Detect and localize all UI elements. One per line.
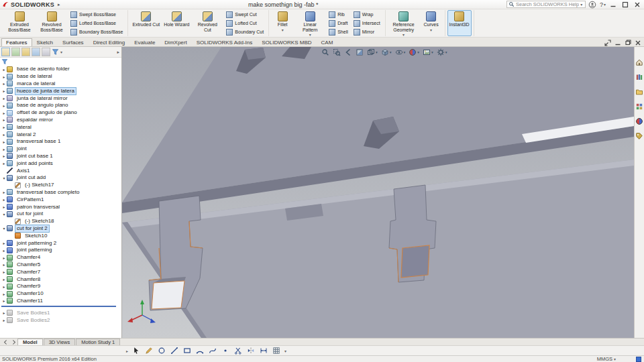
shell-button[interactable]: Shell [327, 27, 350, 36]
zoom-fit-icon[interactable] [321, 48, 330, 57]
intersect-button[interactable]: Intersect [352, 19, 382, 27]
tree-expand-arrow-icon[interactable]: ▸ [1, 81, 7, 86]
tree-expand-arrow-icon[interactable]: ▸ [1, 277, 7, 282]
tree-item-transversal-base-completo[interactable]: ▸transversal base completo [0, 189, 121, 196]
joint-foot-face[interactable] [152, 281, 184, 309]
revolved-cut-button[interactable]: Revolved Cut [191, 10, 223, 36]
file-explorer-icon[interactable] [635, 87, 644, 96]
panel-collapse-arrow-icon[interactable]: ▸ [117, 50, 120, 55]
tab-solidworks-add-ins[interactable]: SOLIDWORKS Add-Ins [192, 38, 258, 46]
tree-item-sketch18[interactable]: (-) Sketch18 [0, 218, 121, 225]
tree-expand-arrow-icon[interactable]: ▾ [1, 212, 7, 217]
tree-item-marca-de-lateral[interactable]: ▸marca de lateral [0, 80, 121, 88]
tree-item-chamfer5[interactable]: ▸Chamfer5 [0, 261, 121, 269]
tab-cam[interactable]: CAM [317, 38, 338, 46]
custom-properties-icon[interactable] [635, 131, 644, 140]
status-indicator-icon[interactable] [636, 357, 641, 362]
previous-view-icon[interactable] [343, 48, 353, 57]
tree-expand-arrow-icon[interactable]: ▸ [1, 255, 7, 260]
design-library-icon[interactable] [635, 72, 644, 81]
tree-item-base-de-angulo-plano[interactable]: ▸base de angulo plano [0, 102, 121, 109]
dimxpert-manager-tab[interactable] [32, 48, 40, 56]
tree-item-base-de-lateral[interactable]: ▸base de lateral [0, 73, 121, 80]
tree-item-patron-transversal[interactable]: ▸patron transversal [0, 203, 121, 210]
tree-item-junta-de-lateral-mirror[interactable]: ▸junta de lateral mirror [0, 95, 121, 102]
zoom-area-icon[interactable] [332, 48, 341, 57]
tree-expand-arrow-icon[interactable]: ▸ [1, 204, 7, 209]
tree-item-chamfer10[interactable]: ▸Chamfer10 [0, 290, 121, 298]
view-settings-icon[interactable]: ▾ [436, 48, 448, 57]
apply-scene-icon[interactable]: ▾ [422, 48, 434, 57]
lofted-boss-base-button[interactable]: Lofted Boss/Base [68, 19, 125, 27]
tab-direct-editing[interactable]: Direct Editing [89, 38, 130, 46]
close-document-button[interactable] [633, 39, 643, 46]
tree-item-joint-patterning-2[interactable]: ▸joint patterning 2 [0, 239, 121, 247]
draft-button[interactable]: Draft [327, 19, 350, 27]
tab-features[interactable]: Features [1, 38, 32, 46]
select-tool-icon[interactable] [131, 347, 141, 355]
tree-item-chamfer7[interactable]: ▸Chamfer7 [0, 268, 121, 276]
view-orientation-icon[interactable]: ▾ [366, 48, 378, 57]
tree-item-lateral[interactable]: ▸lateral [0, 123, 121, 131]
filter-caret-icon[interactable]: ▾ [60, 50, 62, 54]
trim-tool-icon[interactable] [233, 347, 243, 355]
tab-scroll-right-icon[interactable] [9, 339, 17, 345]
tree-item-joint-cut-add[interactable]: ▾joint cut add [0, 174, 121, 182]
tree-expand-arrow-icon[interactable]: ▸ [1, 262, 7, 267]
tab-3d-views[interactable]: 3D Views [44, 339, 76, 345]
linear-pattern-button[interactable]: Linear Pattern▾ [294, 10, 326, 36]
tree-expand-arrow-icon[interactable]: ▸ [1, 197, 7, 202]
toolbar-overflow-arrow-icon[interactable]: ▸ [126, 349, 128, 353]
tree-item-espaldar-mirror[interactable]: ▸espaldar mirror [0, 117, 121, 124]
joint-cut-hole[interactable] [401, 245, 429, 278]
help-search-input[interactable]: Search SOLIDWORKS Help ▾ [506, 1, 586, 8]
property-manager-tab[interactable] [11, 48, 20, 56]
tab-dimxpert[interactable]: DimXpert [160, 38, 191, 46]
tree-expand-arrow-icon[interactable]: ▸ [1, 67, 7, 72]
tree-item-hueco-de-junta-de-latera[interactable]: ▸hueco de junta de latera [0, 87, 121, 95]
configuration-manager-tab[interactable] [21, 48, 30, 56]
feature-manager-tab[interactable] [1, 48, 10, 56]
tree-item-chamfer11[interactable]: ▸Chamfer11 [0, 298, 121, 305]
tree-item-lateral-2[interactable]: ▸lateral 2 [0, 131, 121, 138]
rectangle-tool-icon[interactable] [182, 347, 192, 355]
tab-solidworks-mbd[interactable]: SOLIDWORKS MBD [257, 38, 316, 46]
toolbar-options-caret-icon[interactable]: ▾ [284, 349, 286, 353]
circle-tool-icon[interactable] [157, 347, 166, 355]
tree-expand-arrow-icon[interactable]: ▸ [1, 132, 7, 137]
tree-expand-arrow-icon[interactable]: ▸ [1, 248, 7, 253]
arc-tool-icon[interactable] [195, 347, 205, 355]
filter-icon[interactable] [52, 48, 59, 56]
tree-item-offset-de-angulo-de-plano[interactable]: ▸offset de angulo de plano [0, 109, 121, 117]
tree-item-chamfer9[interactable]: ▸Chamfer9 [0, 283, 121, 290]
point-tool-icon[interactable] [221, 347, 230, 355]
hole-wizard-button[interactable]: Hole Wizard [162, 10, 191, 36]
mirror-button[interactable]: Mirror [352, 27, 382, 36]
sketch-tool-icon[interactable] [144, 347, 154, 355]
tree-item-base-de-asiento-folder[interactable]: ▸base de asiento folder [0, 66, 121, 73]
display-style-icon[interactable]: ▾ [380, 48, 392, 57]
tree-expand-arrow-icon[interactable]: ▸ [1, 310, 7, 315]
tree-expand-arrow-icon[interactable]: ▸ [1, 88, 7, 93]
tree-item-cut-for-joint-2[interactable]: ▾cut for joint 2 [0, 225, 121, 233]
tree-item-save-bodies2[interactable]: ▸Save Bodies2 [0, 316, 121, 324]
graphics-area[interactable]: ▾▾▾▾▾▾ [122, 47, 634, 338]
tree-expand-arrow-icon[interactable]: ▸ [1, 139, 7, 144]
tab-sketch[interactable]: Sketch [32, 38, 58, 46]
maximize-button[interactable] [620, 1, 630, 9]
tree-item-axis1[interactable]: Axis1 [0, 167, 121, 174]
tree-item-sketch10[interactable]: Sketch10 [0, 232, 121, 239]
tree-item-joint[interactable]: ▸joint [0, 145, 121, 153]
edit-appearance-icon[interactable]: ▾ [408, 48, 420, 57]
solidworks-resources-icon[interactable] [635, 58, 644, 66]
tree-item-chamfer4[interactable]: ▸Chamfer4 [0, 254, 121, 261]
unit-system-selector[interactable]: MMGS ▾ [597, 356, 616, 362]
revolved-boss-button[interactable]: Revolved Boss/Base [36, 10, 68, 36]
tree-expand-arrow-icon[interactable]: ▸ [1, 318, 7, 322]
tree-expand-arrow-icon[interactable]: ▸ [1, 147, 7, 152]
swept-boss-base-button[interactable]: Swept Boss/Base [68, 10, 125, 19]
tree-expand-arrow-icon[interactable]: ▸ [1, 269, 7, 274]
mirror-entities-tool-icon[interactable] [246, 347, 256, 355]
minimize-document-button[interactable] [613, 39, 623, 46]
tree-item-save-bodies1[interactable]: ▸Save Bodies1 [0, 309, 121, 316]
